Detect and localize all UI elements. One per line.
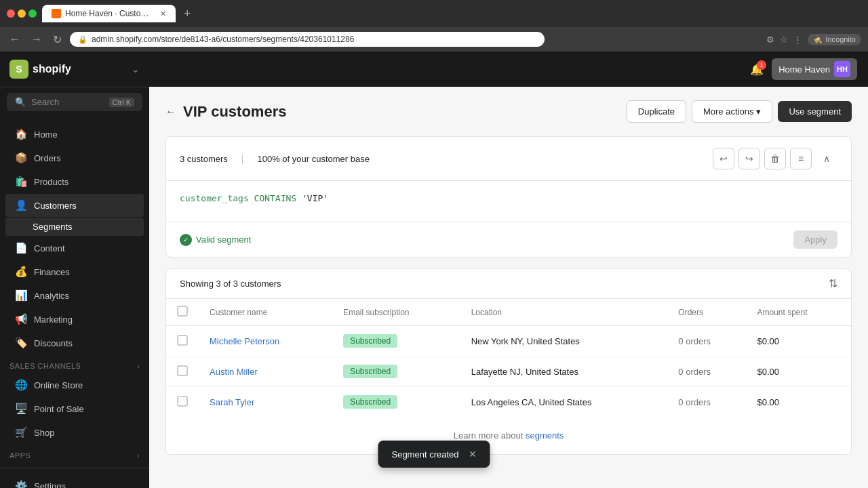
amount-cell: $0.00 <box>746 357 851 387</box>
customer-name-cell: Sarah Tyler <box>199 387 332 418</box>
undo-button[interactable]: ↩ <box>713 148 734 169</box>
toast-close-button[interactable]: ✕ <box>469 449 477 460</box>
sidebar-item-label: Discounts <box>34 338 73 348</box>
new-tab-button[interactable]: + <box>184 7 191 21</box>
more-actions-button[interactable]: More actions ▾ <box>692 100 772 123</box>
sidebar-item-label: Online Store <box>34 380 83 390</box>
sidebar-item-settings[interactable]: ⚙️ Settings <box>5 474 144 488</box>
customer-name-link[interactable]: Sarah Tyler <box>210 397 254 407</box>
chevron-down-icon: ▾ <box>756 106 761 117</box>
sidebar-item-finances[interactable]: 💰 Finances <box>5 260 144 283</box>
row-checkbox[interactable] <box>177 365 188 376</box>
expand-apps-icon[interactable]: › <box>137 452 140 460</box>
customer-name-link[interactable]: Michelle Peterson <box>210 336 279 346</box>
row-checkbox-cell <box>166 357 199 387</box>
table-body: Michelle Peterson Subscribed New York NY… <box>166 326 851 418</box>
reload-button[interactable]: ↻ <box>50 32 64 47</box>
analytics-icon: 📊 <box>15 289 27 302</box>
topbar: 🔔 1 Home Haven HH <box>149 52 868 87</box>
orders-icon: 📦 <box>15 152 27 164</box>
browser-tab[interactable]: Home Haven · Customers · Sho... ✕ <box>42 5 176 22</box>
customers-count: 3 customers <box>180 154 228 164</box>
collapse-button[interactable]: ∧ <box>816 148 837 169</box>
store-switcher[interactable]: Home Haven HH <box>772 58 857 80</box>
forward-button[interactable]: → <box>28 32 45 47</box>
browser-actions: ⚙ ☆ ⋮ 🕵 Incognito <box>766 34 861 45</box>
expand-sales-channels-icon[interactable]: › <box>137 363 140 370</box>
search-icon: 🔍 <box>15 97 26 107</box>
sidebar-item-home[interactable]: 🏠 Home <box>5 123 144 146</box>
sidebar-item-marketing[interactable]: 📢 Marketing <box>5 308 144 331</box>
row-checkbox-cell <box>166 326 199 357</box>
location-cell: Lafayette NJ, United States <box>460 357 668 387</box>
sidebar-item-products[interactable]: 🛍️ Products <box>5 170 144 193</box>
stat-divider: | <box>241 153 244 164</box>
sidebar-item-label: Point of Sale <box>34 404 84 414</box>
page-title-group: ← VIP customers <box>165 103 286 121</box>
pos-icon: 🖥️ <box>15 403 27 415</box>
menu-icon[interactable]: ⋮ <box>793 35 802 45</box>
sidebar-item-content[interactable]: 📄 Content <box>5 237 144 260</box>
customer-table-card: Showing 3 of 3 customers ⇅ Customer name… <box>165 268 852 455</box>
email-subscription-badge: Subscribed <box>343 365 397 378</box>
sidebar-item-online-store[interactable]: 🌐 Online Store <box>5 373 144 396</box>
filter-button[interactable]: ≡ <box>790 148 812 169</box>
sidebar-toggle-icon[interactable]: ⌄ <box>132 64 140 75</box>
back-button[interactable]: ← <box>165 106 176 118</box>
tab-close-icon[interactable]: ✕ <box>160 9 166 18</box>
sidebar-item-label: Settings <box>34 481 66 489</box>
sidebar-item-discounts[interactable]: 🏷️ Discounts <box>5 331 144 354</box>
logo-text: shopify <box>33 63 71 75</box>
content-icon: 📄 <box>15 242 27 254</box>
select-all-checkbox[interactable] <box>177 306 188 317</box>
shop-icon: 🛒 <box>15 426 27 439</box>
bookmark-icon[interactable]: ☆ <box>780 35 788 45</box>
shopify-logo[interactable]: S shopify <box>9 60 71 79</box>
email-sub-cell: Subscribed <box>332 326 460 357</box>
url-text: admin.shopify.com/store/de8143-a6/custom… <box>92 35 354 44</box>
delete-button[interactable]: 🗑 <box>764 148 786 169</box>
tab-title: Home Haven · Customers · Sho... <box>65 9 153 18</box>
extension-icon[interactable]: ⚙ <box>766 35 774 45</box>
sidebar-item-label: Home <box>34 129 58 140</box>
segments-link[interactable]: segments <box>526 430 564 441</box>
customer-name-link[interactable]: Austin Miller <box>210 367 258 377</box>
sidebar-item-analytics[interactable]: 📊 Analytics <box>5 284 144 307</box>
search-bar[interactable]: 🔍 Search Ctrl K <box>7 93 142 111</box>
redo-button[interactable]: ↪ <box>738 148 760 169</box>
toast-notification: Segment created ✕ <box>378 441 490 468</box>
showing-text: Showing 3 of 3 customers <box>180 279 281 289</box>
sidebar-item-shop[interactable]: 🛒 Shop <box>5 421 144 444</box>
sidebar-item-orders[interactable]: 📦 Orders <box>5 146 144 169</box>
col-location: Location <box>460 299 668 326</box>
learn-more-text: Learn more about <box>454 430 526 441</box>
customer-name-cell: Austin Miller <box>199 357 332 387</box>
sidebar-header: S shopify ⌄ <box>0 52 149 87</box>
segment-stats: 3 customers | 100% of your customer base <box>180 153 370 164</box>
segment-code[interactable]: customer_tags CONTAINS 'VIP' <box>166 181 851 222</box>
table-header-row: Showing 3 of 3 customers ⇅ <box>166 269 851 299</box>
back-button[interactable]: ← <box>7 32 23 47</box>
editor-controls: ↩ ↪ 🗑 ≡ ∧ <box>713 148 837 169</box>
row-checkbox[interactable] <box>177 335 188 346</box>
apply-button[interactable]: Apply <box>793 230 837 249</box>
discounts-icon: 🏷️ <box>15 337 27 349</box>
page-title: VIP customers <box>183 103 286 121</box>
sidebar-subitem-segments[interactable]: Segments <box>5 218 144 236</box>
sidebar-item-customers[interactable]: 👤 Customers <box>5 194 144 217</box>
col-email-subscription: Email subscription <box>332 299 460 326</box>
address-bar[interactable]: 🔒 admin.shopify.com/store/de8143-a6/cust… <box>70 32 545 47</box>
notification-button[interactable]: 🔔 1 <box>750 63 764 76</box>
email-sub-cell: Subscribed <box>332 357 460 387</box>
sidebar-item-label: Marketing <box>34 314 73 325</box>
sort-icon[interactable]: ⇅ <box>829 277 837 290</box>
page-header: ← VIP customers Duplicate More actions ▾… <box>165 100 852 123</box>
customer-name-cell: Michelle Peterson <box>199 326 332 357</box>
duplicate-button[interactable]: Duplicate <box>627 100 686 123</box>
row-checkbox[interactable] <box>177 396 188 407</box>
toast-message: Segment created <box>391 449 458 460</box>
notification-badge: 1 <box>757 60 766 70</box>
sidebar-item-label: Orders <box>34 153 61 163</box>
sidebar-item-point-of-sale[interactable]: 🖥️ Point of Sale <box>5 397 144 420</box>
use-segment-button[interactable]: Use segment <box>778 101 852 122</box>
